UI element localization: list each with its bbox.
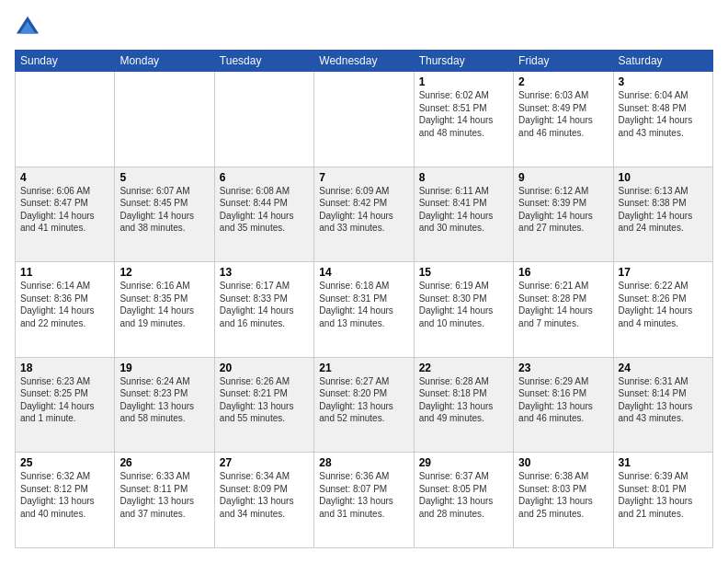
header [15, 15, 713, 40]
day-number: 18 [20, 362, 109, 374]
day-cell: 6Sunrise: 6:08 AM Sunset: 8:44 PM Daylig… [214, 167, 313, 262]
day-number: 15 [419, 266, 508, 279]
weekday-header-friday: Friday [514, 51, 613, 72]
calendar-body: 1Sunrise: 6:02 AM Sunset: 8:51 PM Daylig… [16, 72, 713, 548]
day-number: 25 [20, 456, 109, 469]
day-cell: 31Sunrise: 6:39 AM Sunset: 8:01 PM Dayli… [613, 453, 712, 548]
day-number: 20 [220, 362, 309, 374]
logo [15, 15, 44, 40]
day-cell: 25Sunrise: 6:32 AM Sunset: 8:12 PM Dayli… [16, 453, 115, 548]
day-number: 24 [619, 362, 708, 374]
day-number: 26 [119, 456, 209, 469]
week-row-5: 25Sunrise: 6:32 AM Sunset: 8:12 PM Dayli… [16, 453, 713, 548]
day-info: Sunrise: 6:38 AM Sunset: 8:03 PM Dayligh… [518, 470, 608, 520]
day-cell: 15Sunrise: 6:19 AM Sunset: 8:30 PM Dayli… [414, 262, 513, 358]
day-info: Sunrise: 6:32 AM Sunset: 8:12 PM Dayligh… [20, 470, 109, 520]
day-number: 11 [20, 266, 109, 279]
day-number: 9 [518, 171, 608, 184]
day-info: Sunrise: 6:03 AM Sunset: 8:49 PM Dayligh… [518, 89, 608, 139]
day-cell: 22Sunrise: 6:28 AM Sunset: 8:18 PM Dayli… [414, 357, 513, 453]
day-number: 12 [119, 266, 209, 279]
day-cell [16, 72, 115, 167]
day-cell: 7Sunrise: 6:09 AM Sunset: 8:42 PM Daylig… [314, 167, 414, 262]
day-info: Sunrise: 6:07 AM Sunset: 8:45 PM Dayligh… [119, 185, 209, 235]
day-cell: 5Sunrise: 6:07 AM Sunset: 8:45 PM Daylig… [115, 167, 214, 262]
day-number: 17 [619, 266, 708, 279]
day-info: Sunrise: 6:19 AM Sunset: 8:30 PM Dayligh… [419, 280, 508, 329]
day-number: 10 [619, 171, 708, 184]
logo-icon [15, 15, 40, 40]
day-number: 16 [518, 266, 608, 279]
weekday-header-thursday: Thursday [414, 51, 513, 72]
day-cell: 18Sunrise: 6:23 AM Sunset: 8:25 PM Dayli… [16, 357, 115, 453]
day-cell: 11Sunrise: 6:14 AM Sunset: 8:36 PM Dayli… [16, 262, 115, 358]
day-info: Sunrise: 6:17 AM Sunset: 8:33 PM Dayligh… [220, 280, 309, 329]
page: SundayMondayTuesdayWednesdayThursdayFrid… [0, 0, 728, 563]
day-cell: 13Sunrise: 6:17 AM Sunset: 8:33 PM Dayli… [214, 262, 313, 358]
day-cell: 27Sunrise: 6:34 AM Sunset: 8:09 PM Dayli… [214, 453, 313, 548]
day-cell: 29Sunrise: 6:37 AM Sunset: 8:05 PM Dayli… [414, 453, 513, 548]
day-info: Sunrise: 6:22 AM Sunset: 8:26 PM Dayligh… [619, 280, 708, 329]
day-number: 2 [518, 75, 608, 88]
day-info: Sunrise: 6:37 AM Sunset: 8:05 PM Dayligh… [419, 470, 508, 520]
day-number: 13 [220, 266, 309, 279]
calendar-header: SundayMondayTuesdayWednesdayThursdayFrid… [16, 51, 713, 72]
day-cell: 10Sunrise: 6:13 AM Sunset: 8:38 PM Dayli… [613, 167, 712, 262]
day-info: Sunrise: 6:08 AM Sunset: 8:44 PM Dayligh… [220, 185, 309, 235]
weekday-header-wednesday: Wednesday [314, 51, 414, 72]
day-info: Sunrise: 6:06 AM Sunset: 8:47 PM Dayligh… [20, 185, 109, 235]
day-number: 4 [20, 171, 109, 184]
weekday-header-tuesday: Tuesday [214, 51, 313, 72]
day-cell: 8Sunrise: 6:11 AM Sunset: 8:41 PM Daylig… [414, 167, 513, 262]
day-number: 6 [220, 171, 309, 184]
day-number: 31 [619, 456, 708, 469]
day-cell: 9Sunrise: 6:12 AM Sunset: 8:39 PM Daylig… [514, 167, 613, 262]
week-row-1: 1Sunrise: 6:02 AM Sunset: 8:51 PM Daylig… [16, 72, 713, 167]
day-info: Sunrise: 6:28 AM Sunset: 8:18 PM Dayligh… [419, 375, 508, 425]
day-number: 14 [319, 266, 408, 279]
day-cell: 23Sunrise: 6:29 AM Sunset: 8:16 PM Dayli… [514, 357, 613, 453]
day-cell: 24Sunrise: 6:31 AM Sunset: 8:14 PM Dayli… [613, 357, 712, 453]
day-info: Sunrise: 6:14 AM Sunset: 8:36 PM Dayligh… [20, 280, 109, 329]
day-number: 28 [319, 456, 408, 469]
day-info: Sunrise: 6:31 AM Sunset: 8:14 PM Dayligh… [619, 375, 708, 425]
week-row-2: 4Sunrise: 6:06 AM Sunset: 8:47 PM Daylig… [16, 167, 713, 262]
day-info: Sunrise: 6:34 AM Sunset: 8:09 PM Dayligh… [220, 470, 309, 520]
day-info: Sunrise: 6:09 AM Sunset: 8:42 PM Dayligh… [319, 185, 408, 235]
day-info: Sunrise: 6:12 AM Sunset: 8:39 PM Dayligh… [518, 185, 608, 235]
day-info: Sunrise: 6:02 AM Sunset: 8:51 PM Dayligh… [419, 89, 508, 139]
day-info: Sunrise: 6:16 AM Sunset: 8:35 PM Dayligh… [119, 280, 209, 329]
day-cell: 12Sunrise: 6:16 AM Sunset: 8:35 PM Dayli… [115, 262, 214, 358]
day-cell: 28Sunrise: 6:36 AM Sunset: 8:07 PM Dayli… [314, 453, 414, 548]
day-cell: 21Sunrise: 6:27 AM Sunset: 8:20 PM Dayli… [314, 357, 414, 453]
day-number: 23 [518, 362, 608, 374]
day-number: 29 [419, 456, 508, 469]
day-cell: 20Sunrise: 6:26 AM Sunset: 8:21 PM Dayli… [214, 357, 313, 453]
day-number: 3 [619, 75, 708, 88]
day-cell [115, 72, 214, 167]
week-row-4: 18Sunrise: 6:23 AM Sunset: 8:25 PM Dayli… [16, 357, 713, 453]
day-info: Sunrise: 6:04 AM Sunset: 8:48 PM Dayligh… [619, 89, 708, 139]
day-info: Sunrise: 6:18 AM Sunset: 8:31 PM Dayligh… [319, 280, 408, 329]
day-number: 27 [220, 456, 309, 469]
day-info: Sunrise: 6:11 AM Sunset: 8:41 PM Dayligh… [419, 185, 508, 235]
day-cell: 1Sunrise: 6:02 AM Sunset: 8:51 PM Daylig… [414, 72, 513, 167]
day-info: Sunrise: 6:29 AM Sunset: 8:16 PM Dayligh… [518, 375, 608, 425]
day-info: Sunrise: 6:39 AM Sunset: 8:01 PM Dayligh… [619, 470, 708, 520]
day-number: 1 [419, 75, 508, 88]
day-number: 7 [319, 171, 408, 184]
day-cell: 19Sunrise: 6:24 AM Sunset: 8:23 PM Dayli… [115, 357, 214, 453]
day-number: 5 [119, 171, 209, 184]
day-cell: 3Sunrise: 6:04 AM Sunset: 8:48 PM Daylig… [613, 72, 712, 167]
day-cell: 26Sunrise: 6:33 AM Sunset: 8:11 PM Dayli… [115, 453, 214, 548]
day-info: Sunrise: 6:24 AM Sunset: 8:23 PM Dayligh… [119, 375, 209, 425]
weekday-header-saturday: Saturday [613, 51, 712, 72]
day-info: Sunrise: 6:36 AM Sunset: 8:07 PM Dayligh… [319, 470, 408, 520]
day-number: 8 [419, 171, 508, 184]
day-cell: 2Sunrise: 6:03 AM Sunset: 8:49 PM Daylig… [514, 72, 613, 167]
weekday-row: SundayMondayTuesdayWednesdayThursdayFrid… [16, 51, 713, 72]
day-cell: 14Sunrise: 6:18 AM Sunset: 8:31 PM Dayli… [314, 262, 414, 358]
day-cell: 16Sunrise: 6:21 AM Sunset: 8:28 PM Dayli… [514, 262, 613, 358]
day-number: 30 [518, 456, 608, 469]
day-info: Sunrise: 6:27 AM Sunset: 8:20 PM Dayligh… [319, 375, 408, 425]
